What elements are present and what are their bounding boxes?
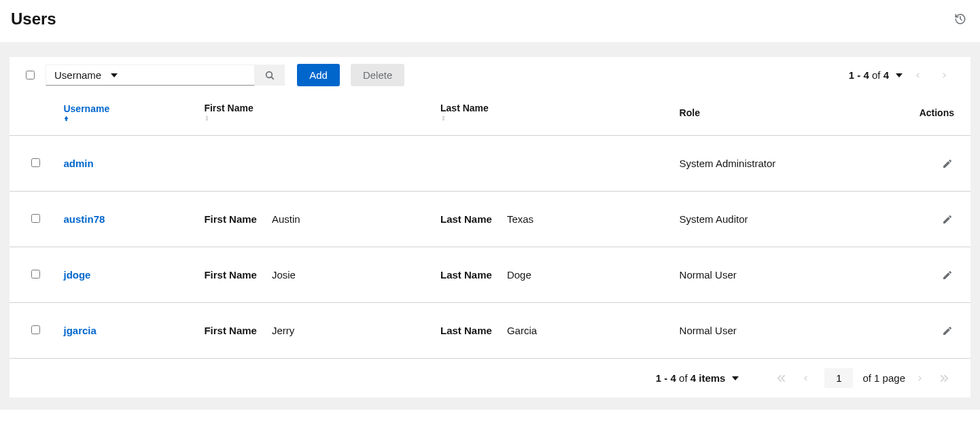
- current-page-input[interactable]: [824, 368, 853, 388]
- role-value: Normal User: [680, 269, 737, 281]
- sort-icon: [440, 113, 669, 123]
- chevron-left-icon: [915, 71, 922, 80]
- first-name-value: Austin: [272, 213, 300, 225]
- table-row: jgarciaFirst NameJerryLast NameGarciaNor…: [10, 303, 970, 359]
- pencil-icon: [942, 325, 953, 336]
- search-input[interactable]: [126, 65, 255, 86]
- add-button[interactable]: Add: [297, 64, 340, 86]
- last-name-label: Last Name: [440, 213, 492, 225]
- sort-icon: [204, 113, 430, 123]
- search-field-label: Username: [54, 69, 101, 81]
- edit-button[interactable]: [942, 270, 953, 281]
- table-row: adminSystem Administrator: [10, 136, 970, 192]
- history-button[interactable]: [951, 10, 969, 28]
- role-value: System Administrator: [680, 158, 776, 169]
- role-value: Normal User: [680, 325, 737, 336]
- chevron-double-left-icon: [777, 374, 786, 383]
- first-name-value: Jerry: [272, 325, 294, 336]
- row-checkbox[interactable]: [31, 270, 40, 279]
- last-name-value: Doge: [507, 269, 531, 281]
- last-name-value: Texas: [507, 213, 533, 225]
- svg-line-1: [271, 77, 273, 79]
- col-header-last-name[interactable]: Last Name: [435, 93, 674, 136]
- select-all-checkbox[interactable]: [26, 71, 35, 79]
- prev-page-button[interactable]: [797, 372, 815, 384]
- col-header-actions: Actions: [914, 93, 970, 136]
- first-name-label: First Name: [204, 269, 257, 281]
- search-icon: [264, 70, 275, 81]
- chevron-double-right-icon: [939, 374, 949, 383]
- pencil-icon: [942, 214, 953, 225]
- first-page-button[interactable]: [771, 372, 792, 384]
- search-button[interactable]: [255, 65, 285, 86]
- col-header-first-name[interactable]: First Name: [198, 93, 435, 136]
- top-range-text: 1 - 4 of 4: [849, 69, 889, 81]
- sort-up-icon: [63, 114, 193, 123]
- pencil-icon: [942, 270, 953, 281]
- chevron-left-icon: [803, 374, 809, 383]
- row-checkbox[interactable]: [31, 325, 40, 334]
- next-page-button[interactable]: [911, 372, 928, 384]
- username-link[interactable]: jdoge: [63, 269, 90, 281]
- page-title: Users: [11, 10, 56, 29]
- search-field-dropdown[interactable]: Username: [46, 65, 126, 86]
- username-link[interactable]: jgarcia: [63, 325, 96, 336]
- pagination: 1 - 4 of 4 items of 1 page: [10, 359, 970, 397]
- col-header-username[interactable]: Username: [58, 93, 198, 136]
- username-link[interactable]: austin78: [63, 213, 105, 225]
- history-icon: [954, 13, 966, 25]
- chevron-right-icon: [916, 374, 923, 383]
- users-table: Username First Name Last Name: [10, 93, 970, 359]
- table-row: austin78First NameAustinLast NameTexasSy…: [10, 192, 970, 247]
- caret-down-icon: [111, 73, 118, 77]
- delete-button[interactable]: Delete: [351, 64, 404, 86]
- last-page-button[interactable]: [934, 372, 954, 384]
- chevron-right-icon: [941, 71, 947, 80]
- items-range-dropdown[interactable]: 1 - 4 of 4 items: [656, 372, 739, 384]
- users-panel: Username Add Delete: [10, 57, 970, 397]
- first-name-label: First Name: [204, 213, 257, 225]
- last-name-label: Last Name: [440, 269, 492, 281]
- table-row: jdogeFirst NameJosieLast NameDogeNormal …: [10, 247, 970, 303]
- toolbar: Username Add Delete: [10, 57, 970, 93]
- caret-down-icon: [732, 376, 739, 380]
- top-range-dropdown[interactable]: 1 - 4 of 4: [849, 69, 903, 81]
- items-range-text: 1 - 4 of 4 items: [656, 372, 726, 384]
- last-name-label: Last Name: [440, 325, 492, 336]
- row-checkbox[interactable]: [31, 214, 40, 223]
- first-name-value: Josie: [272, 269, 296, 281]
- last-name-value: Garcia: [507, 325, 537, 336]
- top-next-button[interactable]: [934, 68, 954, 83]
- pencil-icon: [942, 158, 953, 169]
- username-link[interactable]: admin: [63, 158, 93, 169]
- row-checkbox[interactable]: [31, 158, 40, 167]
- edit-button[interactable]: [942, 158, 953, 169]
- caret-down-icon: [896, 73, 903, 77]
- first-name-label: First Name: [204, 325, 257, 336]
- col-header-role: Role: [674, 93, 914, 136]
- top-prev-button[interactable]: [908, 68, 928, 83]
- role-value: System Auditor: [680, 213, 748, 225]
- edit-button[interactable]: [942, 325, 953, 336]
- edit-button[interactable]: [942, 214, 953, 225]
- page-suffix: of 1 page: [862, 372, 905, 384]
